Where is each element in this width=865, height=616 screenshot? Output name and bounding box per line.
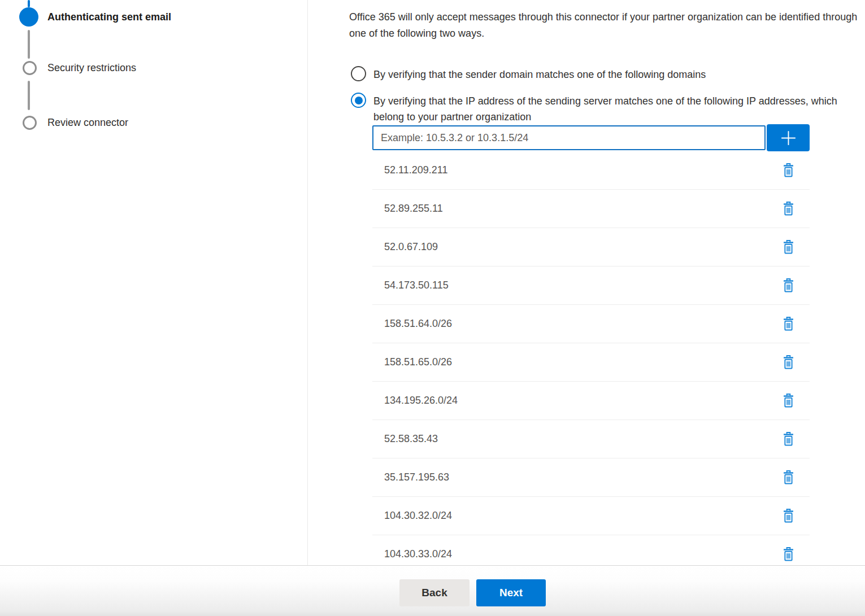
- plus-icon: [779, 129, 798, 147]
- trash-icon: [782, 201, 795, 216]
- trash-icon: [782, 470, 795, 485]
- delete-ip-button[interactable]: [781, 507, 796, 525]
- step-upcoming-dot: [23, 61, 37, 75]
- ip-address-value: 52.11.209.211: [384, 164, 447, 176]
- ip-entry-row: [372, 124, 810, 151]
- wizard-step-content: Office 365 will only accept messages thr…: [308, 0, 865, 565]
- ip-address-value: 52.0.67.109: [384, 241, 438, 253]
- step-security-restrictions[interactable]: Security restrictions: [47, 62, 136, 74]
- ip-address-input[interactable]: [372, 125, 766, 150]
- ip-list-row: 52.0.67.109: [372, 228, 810, 267]
- delete-ip-button[interactable]: [781, 353, 796, 371]
- trash-icon: [782, 316, 795, 331]
- step-description: Office 365 will only accept messages thr…: [349, 9, 865, 42]
- ip-address-value: 158.51.64.0/26: [384, 318, 452, 330]
- radio-selected-icon[interactable]: [351, 93, 366, 108]
- ip-address-value: 52.58.35.43: [384, 433, 438, 445]
- radio-unselected-icon[interactable]: [351, 66, 366, 81]
- stepper-connector: [28, 30, 30, 59]
- wizard-footer: Back Next: [0, 565, 865, 616]
- step-current-dot: [19, 7, 38, 27]
- option-verify-ip-address[interactable]: By verifying that the IP address of the …: [351, 93, 857, 125]
- trash-icon: [782, 355, 795, 370]
- delete-ip-button[interactable]: [781, 238, 796, 256]
- option-verify-sender-domain[interactable]: By verifying that the sender domain matc…: [351, 66, 706, 82]
- ip-list-row: 52.58.35.43: [372, 420, 810, 458]
- delete-ip-button[interactable]: [781, 277, 796, 294]
- trash-icon: [782, 278, 795, 293]
- option-label: By verifying that the sender domain matc…: [373, 66, 706, 82]
- step-authenticating-sent-email[interactable]: Authenticating sent email: [47, 11, 171, 23]
- step-review-connector[interactable]: Review connector: [47, 116, 128, 129]
- ip-address-value: 134.195.26.0/24: [384, 395, 458, 407]
- option-label: By verifying that the IP address of the …: [373, 93, 857, 125]
- wizard-stepper-panel: Authenticating sent email Security restr…: [0, 0, 308, 565]
- trash-icon: [782, 547, 795, 562]
- ip-address-value: 52.89.255.11: [384, 203, 443, 215]
- ip-address-value: 54.173.50.115: [384, 279, 449, 291]
- delete-ip-button[interactable]: [781, 545, 796, 563]
- trash-icon: [782, 508, 795, 523]
- delete-ip-button[interactable]: [781, 315, 796, 333]
- ip-list-row: 104.30.33.0/24: [372, 535, 810, 565]
- ip-address-list: 52.11.209.211 52.89.255.11 52.0.67.109: [372, 151, 810, 565]
- ip-address-value: 104.30.33.0/24: [384, 548, 452, 560]
- trash-icon: [782, 163, 795, 178]
- ip-list-row: 52.89.255.11: [372, 190, 810, 228]
- ip-address-value: 104.30.32.0/24: [384, 510, 452, 522]
- delete-ip-button[interactable]: [781, 161, 796, 179]
- stepper-connector-top: [28, 0, 30, 7]
- trash-icon: [782, 431, 795, 447]
- ip-address-value: 35.157.195.63: [384, 471, 449, 483]
- trash-icon: [782, 393, 795, 408]
- delete-ip-button[interactable]: [781, 200, 796, 217]
- ip-list-row: 134.195.26.0/24: [372, 382, 810, 420]
- ip-address-value: 158.51.65.0/26: [384, 356, 452, 368]
- delete-ip-button[interactable]: [781, 430, 796, 448]
- ip-list-row: 35.157.195.63: [372, 458, 810, 497]
- connector-wizard-page: Authenticating sent email Security restr…: [0, 0, 865, 616]
- back-button[interactable]: Back: [399, 579, 470, 606]
- trash-icon: [782, 239, 795, 255]
- ip-list-row: 158.51.64.0/26: [372, 305, 810, 343]
- ip-list-row: 158.51.65.0/26: [372, 343, 810, 382]
- step-upcoming-dot: [23, 116, 37, 130]
- delete-ip-button[interactable]: [781, 392, 796, 409]
- add-ip-button[interactable]: [767, 124, 810, 151]
- ip-list-row: 54.173.50.115: [372, 267, 810, 305]
- next-button[interactable]: Next: [476, 579, 546, 606]
- ip-list-row: 104.30.32.0/24: [372, 497, 810, 535]
- delete-ip-button[interactable]: [781, 469, 796, 486]
- ip-list-row: 52.11.209.211: [372, 151, 810, 190]
- stepper-connector: [28, 81, 30, 110]
